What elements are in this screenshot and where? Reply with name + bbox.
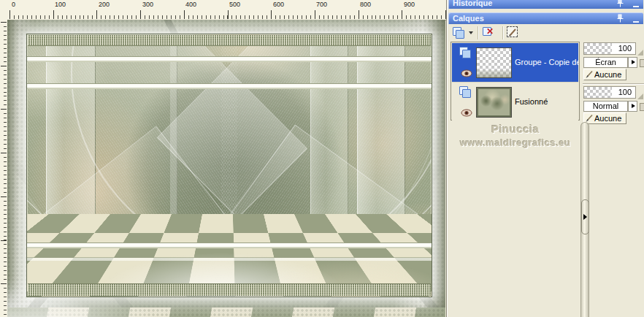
ruler-label: 100 bbox=[55, 1, 66, 8]
opacity-slider-handle[interactable] bbox=[637, 93, 643, 99]
transparency-checker bbox=[584, 43, 612, 54]
edit-selection-icon bbox=[507, 26, 518, 37]
horizontal-ruler: 0 100 200 300 400 500 600 700 800 900 bbox=[7, 0, 447, 20]
history-panel-title: Historique bbox=[453, 0, 492, 7]
layers-panel-title: Calques bbox=[453, 14, 484, 23]
ruler-label: 200 bbox=[99, 1, 110, 8]
layer-thumbnail[interactable] bbox=[476, 47, 512, 78]
canvas-image[interactable] bbox=[7, 20, 445, 317]
ruler-label: 400 bbox=[185, 1, 196, 8]
layer-name: Fusionné bbox=[515, 83, 579, 121]
blend-mode-select-layer1[interactable]: Écran bbox=[583, 57, 628, 68]
ruler-label: 900 bbox=[404, 1, 415, 8]
layer-type-icon bbox=[459, 47, 470, 57]
layer-list: Groupe - Copie de Fu Fusionné bbox=[451, 42, 580, 121]
link-set-value: Aucune bbox=[594, 70, 621, 79]
layer-name: Groupe - Copie de Fu bbox=[515, 43, 579, 82]
thumbnail-content bbox=[477, 88, 511, 117]
edit-selection-button[interactable] bbox=[507, 25, 524, 41]
brush-icon bbox=[585, 114, 594, 123]
arrow-right-icon bbox=[583, 214, 587, 220]
artwork-white-stripe bbox=[27, 83, 432, 89]
opacity-field-layer1[interactable]: 100 bbox=[583, 42, 636, 55]
artwork-inner-frame bbox=[26, 34, 432, 297]
blend-mode-arrow-button[interactable] bbox=[628, 57, 637, 68]
properties-separator bbox=[583, 83, 644, 85]
ruler-label: 0 bbox=[12, 1, 15, 8]
opacity-slider-handle[interactable] bbox=[637, 50, 643, 56]
pin-icon[interactable] bbox=[616, 14, 624, 23]
new-layer-button[interactable] bbox=[451, 25, 475, 41]
layers-toolbar: ✕ bbox=[448, 25, 643, 42]
artwork-white-stripe bbox=[27, 56, 432, 62]
link-set-value: Aucune bbox=[594, 114, 621, 123]
ruler-major-ticks bbox=[9, 10, 447, 19]
ruler-label: 700 bbox=[316, 1, 327, 8]
ruler-label: 800 bbox=[360, 1, 371, 8]
watermark-line2: www.maldiregrafics.eu bbox=[451, 137, 580, 148]
opacity-value: 100 bbox=[618, 44, 632, 53]
artwork-woven-band-bottom bbox=[28, 283, 431, 296]
minimize-icon[interactable] bbox=[633, 0, 639, 7]
layer-thumbnail[interactable] bbox=[476, 87, 512, 118]
delete-x-icon: ✕ bbox=[486, 26, 494, 37]
new-layer-icon bbox=[453, 27, 464, 37]
chevron-down-icon[interactable] bbox=[469, 31, 473, 34]
right-dock: Historique Calques ✕ bbox=[446, 0, 644, 317]
panel-splitter[interactable] bbox=[580, 122, 589, 317]
splitter-handle[interactable] bbox=[581, 199, 589, 234]
ruler-major-ticks bbox=[1, 22, 7, 317]
opacity-value: 100 bbox=[618, 88, 632, 96]
layer-type-icon bbox=[459, 86, 470, 96]
blend-mode-select-layer2[interactable]: Normal bbox=[583, 101, 628, 112]
minimize-icon[interactable] bbox=[633, 15, 639, 23]
thumbnail-content bbox=[477, 70, 511, 77]
delete-layer-button[interactable]: ✕ bbox=[482, 25, 499, 41]
artwork-woven-band-top bbox=[28, 35, 431, 46]
blend-mode-value: Écran bbox=[595, 58, 616, 66]
ruler-label: 500 bbox=[229, 1, 240, 8]
link-set-button-layer1[interactable]: Aucune bbox=[583, 69, 626, 80]
layers-panel-titlebar[interactable]: Calques bbox=[448, 12, 643, 24]
layer-visibility-eye-icon[interactable] bbox=[461, 67, 472, 75]
arrow-right-icon bbox=[632, 60, 635, 64]
pin-icon[interactable] bbox=[616, 0, 624, 7]
opacity-field-layer2[interactable]: 100 bbox=[583, 86, 636, 99]
layer-row[interactable]: Fusionné bbox=[452, 82, 578, 121]
watermark-line1: Pinuccia bbox=[451, 123, 580, 135]
arrow-right-icon bbox=[632, 104, 635, 108]
artwork-white-stripe bbox=[27, 257, 432, 261]
history-panel-titlebar[interactable]: Historique bbox=[448, 0, 643, 9]
blend-mode-value: Normal bbox=[593, 102, 618, 110]
ruler-label: 300 bbox=[142, 1, 153, 8]
brush-icon bbox=[585, 70, 594, 79]
toolbar-separator bbox=[502, 26, 503, 39]
link-set-button-layer2[interactable]: Aucune bbox=[583, 112, 626, 124]
artwork-white-stripe bbox=[27, 242, 432, 248]
ruler-label: 600 bbox=[273, 1, 284, 8]
transparency-checker bbox=[584, 87, 612, 98]
blend-mode-arrow-button[interactable] bbox=[628, 101, 637, 112]
toolbar-separator bbox=[478, 26, 478, 39]
layer-row-selected[interactable]: Groupe - Copie de Fu bbox=[452, 43, 578, 82]
layer-visibility-eye-icon[interactable] bbox=[461, 107, 472, 115]
